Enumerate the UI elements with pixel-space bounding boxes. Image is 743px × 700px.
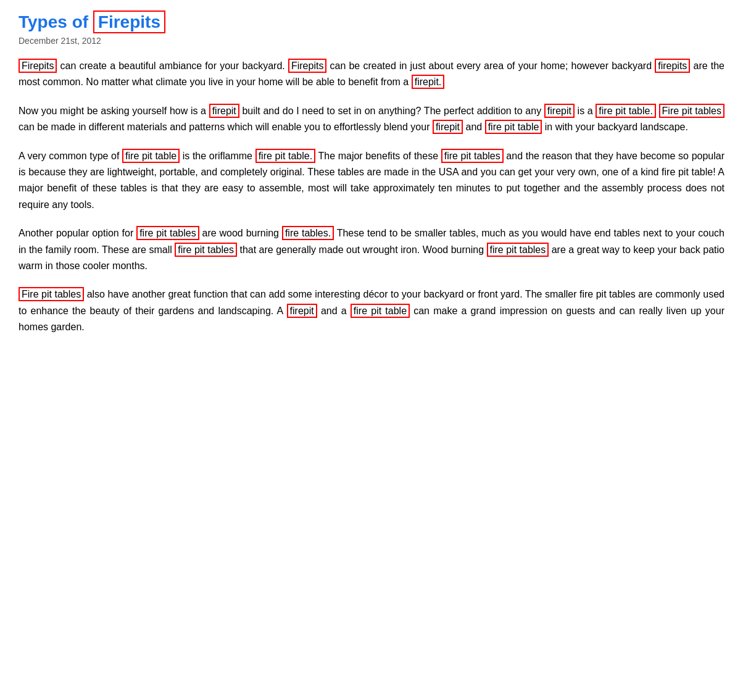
highlighted-term: Fire pit tables: [19, 287, 84, 301]
highlighted-term: firepit: [287, 304, 317, 318]
highlighted-term: fire pit table: [122, 149, 180, 163]
highlighted-term: firepit.: [412, 75, 445, 89]
highlighted-term: fire pit table: [351, 304, 410, 318]
title-prefix: Types of: [19, 12, 93, 31]
highlighted-term: fire tables.: [282, 226, 334, 240]
paragraph-1: Firepits can create a beautiful ambiance…: [19, 58, 724, 91]
highlighted-term: Fire pit tables: [659, 104, 724, 118]
highlighted-term: fire pit table: [485, 120, 542, 134]
title-highlighted: Firepits: [93, 10, 165, 33]
highlighted-term: fire pit tables: [441, 149, 504, 163]
page-title: Types of Firepits: [19, 12, 724, 32]
highlighted-term: Firepits: [19, 59, 57, 73]
highlighted-term: firepits: [655, 59, 690, 73]
paragraph-2: Now you might be asking yourself how is …: [19, 103, 724, 136]
highlighted-term: firepit: [433, 120, 463, 134]
article-body: Firepits can create a beautiful ambiance…: [19, 58, 724, 335]
highlighted-term: fire pit table.: [255, 149, 316, 163]
highlighted-term: fire pit tables: [136, 226, 199, 240]
highlighted-term: Firepits: [288, 59, 326, 73]
highlighted-term: fire pit tables: [487, 243, 549, 257]
highlighted-term: fire pit tables: [175, 243, 237, 257]
paragraph-3: A very common type of fire pit table is …: [19, 148, 724, 214]
paragraph-5: Fire pit tables also have another great …: [19, 286, 724, 335]
highlighted-term: fire pit table.: [596, 104, 656, 118]
highlighted-term: firepit: [209, 104, 239, 118]
paragraph-4: Another popular option for fire pit tabl…: [19, 225, 724, 274]
highlighted-term: firepit: [544, 104, 575, 118]
article-date: December 21st, 2012: [19, 36, 724, 46]
